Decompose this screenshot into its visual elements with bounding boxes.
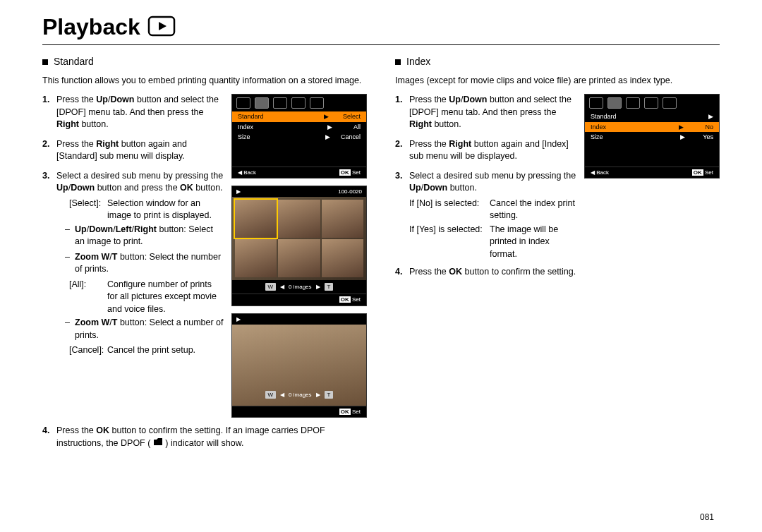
bullet-square-icon	[395, 59, 401, 65]
lcd-figure-thumbnails: ▶100-0020 W ◀0 images▶ T OK Set	[231, 186, 367, 306]
step-subitem: [Select]:Selection window for an image t…	[69, 198, 224, 222]
step-subitem: If [Yes] is selected:The image will be p…	[409, 224, 577, 261]
step-dash-item: –Zoom W/T button: Select the number of p…	[65, 251, 224, 276]
step-item: 4.Press the OK button to confirm the set…	[395, 266, 720, 282]
print-count: 0 images	[289, 283, 311, 291]
step-item: 4.Press the OK button to confirm the set…	[42, 425, 367, 452]
zoom-t-icon: T	[325, 391, 334, 399]
menu-row: Standard▶	[585, 111, 719, 122]
menu-row: Standard▶ Select	[232, 111, 366, 122]
page-number: 081	[700, 512, 714, 522]
bullet-square-icon	[42, 59, 48, 65]
index-intro: Images (except for movie clips and voice…	[395, 75, 720, 87]
tab-icon	[644, 97, 658, 109]
file-counter: 100-0020	[338, 188, 362, 195]
step-subitem: [All]:Configure number of prints for all…	[69, 279, 224, 316]
tab-icon	[236, 97, 250, 109]
play-icon: ▶	[236, 315, 241, 323]
step-item: 1.Press the Up/Down button and select th…	[395, 94, 577, 134]
playback-icon	[147, 16, 176, 40]
lcd-figure-single: ▶ W ◀0 images▶ T OK Set	[231, 313, 367, 418]
title-rule	[42, 44, 720, 45]
thumbnail-image	[278, 200, 320, 238]
page-title-row: Playback	[42, 14, 720, 40]
zoom-w-icon: W	[265, 283, 277, 291]
step-item: 2.Press the Right button again and [Inde…	[395, 138, 577, 166]
menu-row: Size▶ Yes	[585, 132, 719, 143]
svg-marker-1	[159, 22, 167, 30]
page-title: Playback	[42, 14, 140, 40]
zoom-bar: W ◀0 images▶ T	[232, 280, 366, 294]
step-dash-item: –Zoom W/T button: Select a number of pri…	[65, 317, 224, 341]
right-column: Index Images (except for movie clips and…	[395, 52, 720, 457]
menu-list: Standard▶ Select Index▶ All Size▶ Cancel	[232, 111, 366, 167]
step-subitem: If [No] is selected:Cancel the index pri…	[409, 198, 577, 222]
menu-row: Index▶ No	[585, 122, 719, 133]
zoom-t-icon: T	[325, 283, 334, 291]
thumbnail-image	[322, 239, 363, 277]
tab-icon	[291, 97, 306, 109]
print-count: 0 images	[289, 391, 311, 399]
step-subitem: [Cancel]:Cancel the print setup.	[69, 344, 224, 357]
menu-footer: ◀ Back OK Set	[232, 167, 366, 178]
step-item: 1.Press the Up/Down button and select th…	[42, 94, 224, 134]
tab-icon	[310, 97, 324, 109]
tab-icon	[273, 97, 287, 109]
play-icon: ▶	[236, 188, 241, 195]
step-dash-item: –Up/Down/Left/Right button: Select an im…	[65, 224, 224, 248]
menu-row: Index▶ All	[232, 122, 366, 133]
standard-step4: 4.Press the OK button to confirm the set…	[42, 425, 367, 452]
left-figures: Standard▶ Select Index▶ All Size▶ Cancel…	[231, 94, 367, 425]
lcd-figure-index-menu: Standard▶ Index▶ No Size▶ Yes ◀ Back OK …	[584, 94, 720, 179]
left-column: Standard This function allows you to emb…	[42, 52, 367, 457]
tab-icon	[663, 97, 677, 109]
tab-icon	[255, 97, 269, 109]
thumbnail-image	[235, 239, 277, 277]
lcd-figure-standard-menu: Standard▶ Select Index▶ All Size▶ Cancel…	[231, 94, 367, 179]
step-item: 3. Select a desired sub menu by pressing…	[42, 170, 224, 358]
index-heading: Index	[395, 55, 720, 69]
tab-icon	[626, 97, 640, 109]
zoom-w-icon: W	[265, 391, 277, 399]
tab-icon	[589, 97, 603, 109]
index-heading-text: Index	[406, 55, 430, 69]
thumbnail-image	[235, 200, 277, 238]
step-item: 2.Press the Right button again and [Stan…	[42, 138, 224, 166]
right-figures: Standard▶ Index▶ No Size▶ Yes ◀ Back OK …	[584, 94, 720, 186]
menu-row: Size▶ Cancel	[232, 132, 366, 143]
standard-heading-text: Standard	[54, 55, 94, 69]
photo-preview: W ◀0 images▶ T	[232, 325, 366, 406]
thumbnail-image	[322, 200, 363, 238]
thumbnail-image	[278, 239, 320, 277]
standard-intro: This function allows you to embed printi…	[42, 75, 367, 87]
step-item: 3. Select a desired sub menu by pressing…	[395, 170, 577, 262]
tab-icon	[607, 97, 622, 109]
standard-heading: Standard	[42, 55, 367, 69]
